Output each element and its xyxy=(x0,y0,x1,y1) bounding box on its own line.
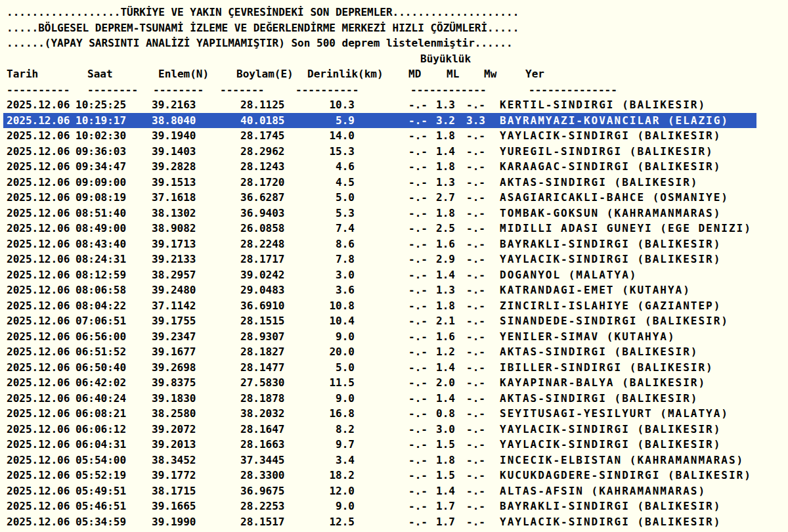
md-magnitude-cell: -.- xyxy=(408,298,427,314)
place-cell: YAYLACIK-SINDIRGI (BALIKESIR) xyxy=(500,514,721,530)
date-cell: 2025.12.06 xyxy=(7,252,70,267)
mw-magnitude-cell: -.- xyxy=(466,252,485,267)
title-line-3: ......(YAPAY SARSINTI ANALİZİ YAPILMAMIŞ… xyxy=(0,35,788,51)
earthquake-row: 2025.12.0608:49:0038.908226.08587.4-.-2.… xyxy=(0,221,788,236)
time-cell: 09:34:47 xyxy=(76,159,126,175)
place-cell: SINANDEDE-SINDIRGI (BALIKESIR) xyxy=(500,313,729,329)
time-cell: 09:36:03 xyxy=(76,144,126,160)
longitude-cell: 28.1517 xyxy=(240,514,284,530)
place-cell: DOGANYOL (MALATYA) xyxy=(500,267,637,283)
depth-cell: 5.0 xyxy=(282,190,355,206)
date-cell: 2025.12.06 xyxy=(7,128,70,144)
longitude-cell: 28.1717 xyxy=(240,252,284,267)
longitude-cell: 28.2962 xyxy=(240,144,284,160)
column-header-md: MD xyxy=(408,66,421,82)
longitude-cell: 28.1827 xyxy=(240,344,284,360)
mw-magnitude-cell: -.- xyxy=(466,437,485,453)
time-cell: 06:06:12 xyxy=(76,422,126,437)
mw-magnitude-cell: -.- xyxy=(466,406,485,422)
place-cell: KERTIL-SINDIRGI (BALIKESIR) xyxy=(500,97,706,113)
earthquake-row: 2025.12.0609:36:0339.140328.296215.3-.-1… xyxy=(0,144,788,160)
md-magnitude-cell: -.- xyxy=(408,97,427,113)
mw-magnitude-cell: -.- xyxy=(466,453,485,468)
latitude-cell: 38.9082 xyxy=(152,221,196,236)
depth-cell: 10.8 xyxy=(282,298,355,314)
longitude-cell: 28.1745 xyxy=(240,128,284,144)
earthquake-row: 2025.12.0608:51:4038.130236.94035.3-.-1.… xyxy=(0,206,788,221)
longitude-cell: 28.1515 xyxy=(240,313,284,329)
date-cell: 2025.12.06 xyxy=(7,206,70,221)
mw-magnitude-cell: -.- xyxy=(466,282,485,298)
mw-magnitude-cell: -.- xyxy=(466,97,485,113)
date-cell: 2025.12.06 xyxy=(7,267,70,283)
mw-magnitude-cell: -.- xyxy=(466,422,485,437)
mw-magnitude-cell: -.- xyxy=(466,298,485,314)
earthquake-row: 2025.12.0608:12:5938.295739.02423.0-.-1.… xyxy=(0,267,788,283)
mw-magnitude-cell: -.- xyxy=(466,514,485,530)
column-header-enlem: Enlem(N) xyxy=(158,66,209,82)
longitude-cell: 28.9307 xyxy=(240,329,284,345)
place-cell: MIDILLI ADASI GUNEYI (EGE DENIZI) xyxy=(500,221,752,236)
place-cell: YAYLACIK-SINDIRGI (BALIKESIR) xyxy=(500,252,721,267)
earthquake-row: 2025.12.0606:06:1239.207228.16478.2-.-3.… xyxy=(0,422,788,437)
depth-cell: 3.4 xyxy=(282,453,355,468)
longitude-cell: 28.2248 xyxy=(240,236,284,252)
md-magnitude-cell: -.- xyxy=(408,144,427,160)
place-cell: ASAGIARICAKLI-BAHCE (OSMANIYE) xyxy=(500,190,729,206)
place-cell: IBILLER-SINDIRGI (BALIKESIR) xyxy=(500,360,714,376)
depth-cell: 7.8 xyxy=(282,252,355,267)
ml-magnitude-cell: 1.4 xyxy=(436,144,455,160)
latitude-cell: 39.2163 xyxy=(152,97,196,113)
latitude-cell: 39.2133 xyxy=(152,252,196,267)
ml-magnitude-cell: 2.5 xyxy=(436,221,455,236)
ml-magnitude-cell: 1.4 xyxy=(436,360,455,376)
earthquake-row: 2025.12.0606:04:3139.201328.16639.7-.-1.… xyxy=(0,437,788,453)
ml-magnitude-cell: 1.8 xyxy=(436,206,455,221)
longitude-cell: 28.1477 xyxy=(240,360,284,376)
depth-cell: 10.4 xyxy=(282,313,355,329)
latitude-cell: 38.1302 xyxy=(152,206,196,221)
time-cell: 09:08:19 xyxy=(76,190,126,206)
latitude-cell: 39.2828 xyxy=(152,159,196,175)
longitude-cell: 36.6910 xyxy=(240,298,284,314)
time-cell: 08:49:00 xyxy=(76,221,126,236)
latitude-cell: 39.2480 xyxy=(152,282,196,298)
md-magnitude-cell: -.- xyxy=(408,391,427,407)
place-cell: KARAAGAC-SINDIRGI (BALIKESIR) xyxy=(500,159,721,175)
depth-cell: 3.0 xyxy=(282,267,355,283)
md-magnitude-cell: -.- xyxy=(408,221,427,236)
time-cell: 05:49:51 xyxy=(76,483,126,499)
depth-cell: 15.3 xyxy=(282,144,355,160)
depth-cell: 9.0 xyxy=(282,329,355,345)
longitude-cell: 36.9403 xyxy=(240,206,284,221)
time-cell: 06:56:00 xyxy=(76,329,126,345)
earthquake-row: 2025.12.0609:34:4739.282828.12434.6-.-1.… xyxy=(0,159,788,175)
earthquake-row: 2025.12.0606:40:2439.183028.18789.0-.-1.… xyxy=(0,391,788,407)
ml-magnitude-cell: 3.0 xyxy=(436,422,455,437)
latitude-cell: 39.1677 xyxy=(152,344,196,360)
md-magnitude-cell: -.- xyxy=(408,375,427,391)
mw-magnitude-cell: 3.3 xyxy=(466,113,485,129)
md-magnitude-cell: -.- xyxy=(408,514,427,530)
date-cell: 2025.12.06 xyxy=(7,282,70,298)
longitude-cell: 28.1720 xyxy=(240,175,284,190)
mw-magnitude-cell: -.- xyxy=(466,221,485,236)
time-cell: 08:12:59 xyxy=(76,267,126,283)
date-cell: 2025.12.06 xyxy=(7,175,70,190)
longitude-cell: 39.0242 xyxy=(240,267,284,283)
depth-cell: 4.5 xyxy=(282,175,355,190)
latitude-cell: 39.2347 xyxy=(152,329,196,345)
separator-dashes: -------------- xyxy=(529,82,617,98)
earthquake-row: 2025.12.0610:02:3039.194028.174514.0-.-1… xyxy=(0,128,788,144)
date-cell: 2025.12.06 xyxy=(7,468,70,483)
depth-cell: 5.0 xyxy=(282,360,355,376)
md-magnitude-cell: -.- xyxy=(408,437,427,453)
longitude-cell: 27.5830 xyxy=(240,375,284,391)
earthquake-row: 2025.12.0606:56:0039.234728.93079.0-.-1.… xyxy=(0,329,788,345)
ml-magnitude-cell: 1.4 xyxy=(436,267,455,283)
date-cell: 2025.12.06 xyxy=(7,514,70,530)
date-cell: 2025.12.06 xyxy=(7,483,70,499)
longitude-cell: 40.0185 xyxy=(240,113,284,129)
time-cell: 06:42:02 xyxy=(76,375,126,391)
depth-cell: 3.6 xyxy=(282,282,355,298)
